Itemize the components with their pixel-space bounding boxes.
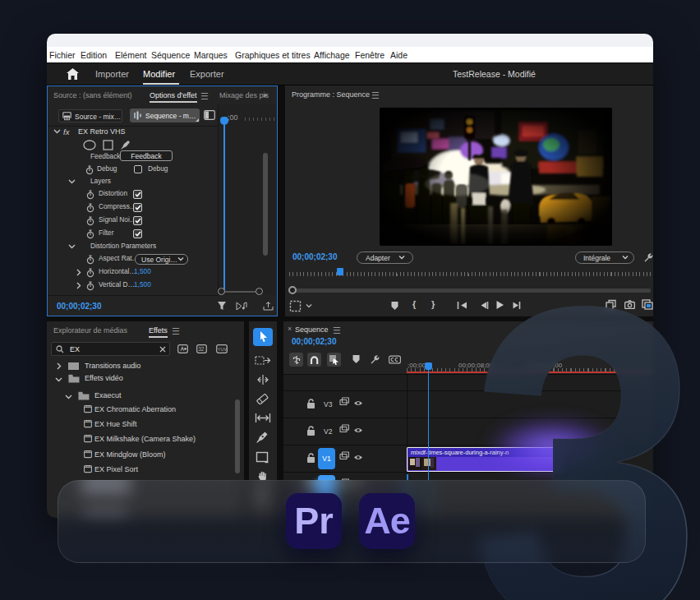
svg-text:YUV: YUV (218, 347, 228, 352)
svg-text:32: 32 (198, 346, 205, 352)
